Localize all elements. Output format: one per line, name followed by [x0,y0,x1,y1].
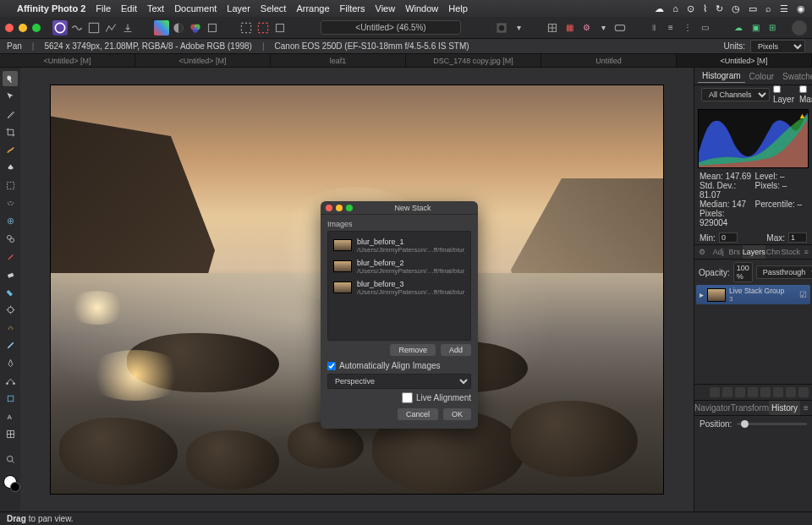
freehand-select-tool[interactable] [3,195,18,211]
selection-none[interactable] [239,20,254,36]
autowb-button[interactable] [205,20,220,36]
tab-brushes[interactable]: Brs [727,245,743,259]
add-button[interactable]: Add [441,344,471,356]
dialog-zoom[interactable] [346,205,353,211]
crop-layer-icon[interactable] [748,387,758,397]
cloud-icon[interactable]: ☁ [655,3,664,14]
clone-tool[interactable] [3,231,18,246]
selection-brush-tool[interactable] [3,142,18,157]
selection-invert[interactable] [255,20,271,36]
marquee-tool[interactable] [3,178,18,193]
panel-menu-icon[interactable]: ≡ [800,401,812,415]
dialog-minimize[interactable] [336,205,343,211]
retouch-tool[interactable] [3,337,18,353]
channels-select[interactable]: All Channels [701,88,770,101]
doc-tab[interactable]: <Untitled> [M] [0,54,135,67]
doc-tab[interactable]: <Untitled> [M] [135,54,271,67]
menu-window[interactable]: Window [405,3,438,14]
toggle-ui-button[interactable] [612,20,628,36]
headphones-icon[interactable]: ⊙ [687,3,694,14]
arrange-align-button[interactable]: ▭ [697,20,712,36]
smudge-tool[interactable] [3,320,18,335]
menu-view[interactable]: View [376,3,396,14]
opacity-value[interactable]: 100 % [733,262,753,282]
quickmask-button[interactable] [494,20,509,36]
canvas-viewport[interactable]: New Stack Images blur_before_1/Users/Jim… [20,68,694,511]
healing-tool[interactable] [3,213,18,228]
addons-button[interactable]: ⊞ [765,20,780,36]
wifi-icon[interactable]: ⌇ [703,3,707,14]
erase-tool[interactable] [3,266,18,282]
liquify-persona[interactable] [69,20,85,36]
history-slider[interactable] [737,423,807,425]
blend-mode-select[interactable]: Passthrough [756,265,812,279]
siri-icon[interactable]: ◉ [797,3,805,14]
tab-layers[interactable]: Layers [743,245,765,259]
move-tool[interactable] [3,89,18,104]
auto-align-checkbox[interactable]: Automatically Align Images [327,361,471,370]
adjustment-icon[interactable] [722,387,732,397]
photo-persona[interactable] [52,20,68,36]
view-tool[interactable] [3,71,18,86]
assistant-dropdown[interactable]: ▾ [595,20,611,36]
export-persona[interactable] [120,20,135,36]
panel-menu-icon[interactable]: ≡ [800,245,812,259]
arrange-h-button[interactable]: ⫴ [646,20,661,36]
mesh-warp-tool[interactable] [3,426,18,441]
assistant-button[interactable]: ⚙ [579,20,594,36]
dodge-tool[interactable] [3,302,18,317]
node-tool[interactable] [3,373,18,388]
visibility-icon[interactable]: ☑ [799,290,807,299]
units-select[interactable]: Pixels [750,40,805,53]
text-tool[interactable]: A [3,408,18,424]
autolevels-button[interactable] [154,20,169,36]
ok-button[interactable]: OK [443,408,471,420]
fx-icon[interactable] [735,387,745,397]
tab-colour[interactable]: Colour [745,70,778,83]
cloud-sync-button[interactable]: ☁ [731,20,746,36]
crop-tool[interactable] [3,124,18,139]
background-colour[interactable] [10,482,20,492]
pen-tool[interactable] [3,355,18,370]
menu-arrange[interactable]: Arrange [296,3,329,14]
close-window[interactable] [5,24,14,32]
merge-icon[interactable] [798,387,809,397]
account-avatar[interactable] [792,20,807,36]
tab-channels[interactable]: Chn [765,245,782,259]
tab-navigator[interactable]: Navigator [694,401,731,415]
battery-icon[interactable]: ▭ [749,3,757,14]
stack-image-item[interactable]: blur_before_3/Users/JimmyPaterson/…ff/fi… [328,277,470,298]
foreground-colour[interactable] [3,475,17,489]
menu-document[interactable]: Document [174,3,217,14]
menu-filters[interactable]: Filters [340,3,365,14]
zoom-window[interactable] [32,24,41,32]
tab-fx[interactable]: ⚙ [694,245,710,259]
zoom-tool[interactable] [3,451,18,467]
doc-tab[interactable]: Untitled [541,54,677,67]
menu-select[interactable]: Select [261,3,287,14]
arrange-dist-button[interactable]: ⋮ [680,20,695,36]
menu-text[interactable]: Text [147,3,164,14]
dialog-close[interactable] [326,205,332,211]
expand-icon[interactable]: ▸ [700,290,704,299]
remove-button[interactable]: Remove [390,344,436,356]
max-input[interactable] [788,232,807,243]
add-layer-icon[interactable] [773,387,783,397]
control-center-icon[interactable]: ☰ [780,3,788,14]
doc-tab[interactable]: <Untitled> [M] [677,54,812,67]
app-name[interactable]: Affinity Photo 2 [17,3,85,14]
stock-button[interactable]: ▣ [748,20,763,36]
min-input[interactable] [719,232,738,243]
layer-checkbox[interactable]: Layer [773,85,794,104]
tab-stock[interactable]: Stock [782,245,801,259]
menu-help[interactable]: Help [448,3,468,14]
menu-layer[interactable]: Layer [227,3,250,14]
colour-picker-tool[interactable] [3,107,18,122]
alignment-method-select[interactable]: Perspective [327,374,471,389]
clock-icon[interactable]: ◷ [732,3,740,14]
tab-history[interactable]: History [769,401,800,415]
doc-tab[interactable]: leaf1 [271,54,406,67]
menu-edit[interactable]: Edit [121,3,137,14]
group-icon[interactable] [760,387,771,397]
stack-image-item[interactable]: blur_before_1/Users/JimmyPaterson/…ff/fi… [328,235,470,256]
